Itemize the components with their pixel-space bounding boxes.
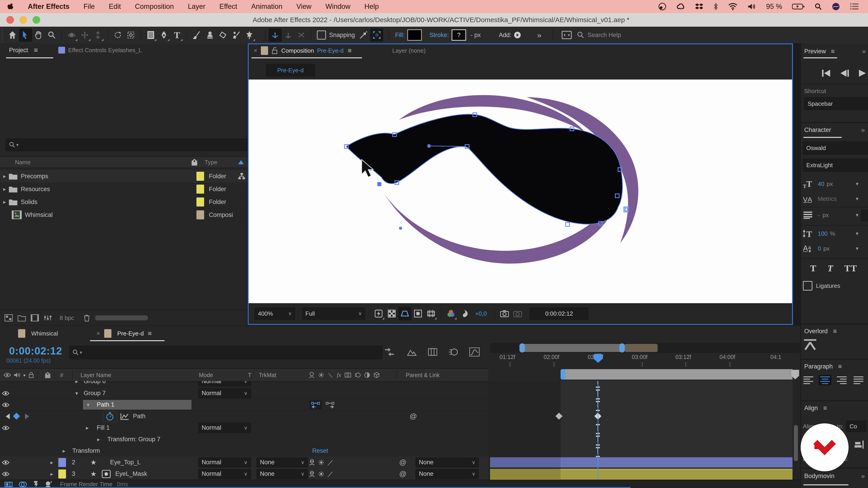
label-color-swatch[interactable] <box>196 197 204 206</box>
col-t[interactable]: T <box>248 372 251 379</box>
paragraph-menu-icon[interactable]: ≡ <box>838 363 842 370</box>
overlord-transfer-icon[interactable] <box>803 338 817 351</box>
stopwatch-icon[interactable] <box>106 412 114 421</box>
faux-italic-button[interactable]: T <box>828 263 833 273</box>
comp-tab-label[interactable]: Composition <box>281 47 314 54</box>
selection-tool[interactable] <box>19 28 32 42</box>
view-axis-mode[interactable] <box>295 28 308 42</box>
project-row-precomps[interactable]: ▸ Precomps Folder <box>0 170 247 183</box>
search-help-field[interactable]: Search Help <box>587 32 621 39</box>
row-layer-eye-top-l[interactable]: ▸ 2 ★ Eye_Top_L Normal∨ None∨ ／ @ None∨ <box>0 457 488 468</box>
align-text-right-button[interactable] <box>835 375 848 385</box>
layer-color-swatch[interactable] <box>58 469 66 479</box>
blend-mode-dropdown[interactable]: Normal∨ <box>198 457 251 467</box>
font-family-dropdown[interactable]: Oswald <box>803 141 868 155</box>
selected-vertex-handle[interactable] <box>377 182 381 186</box>
pick-whip-icon[interactable]: @ <box>410 412 417 420</box>
menu-help[interactable]: Help <box>364 2 379 11</box>
label-column-icon[interactable] <box>191 159 198 166</box>
reset-link[interactable]: Reset <box>312 447 328 454</box>
local-axis-mode[interactable] <box>269 28 282 42</box>
comp-breadcrumb[interactable]: Pre-Eye-d <box>266 64 315 77</box>
creative-cloud-icon[interactable] <box>676 3 685 10</box>
eye-icon[interactable] <box>2 391 9 396</box>
justify-text-button[interactable] <box>852 375 865 385</box>
spotlight-icon[interactable] <box>815 3 822 10</box>
add-property-button[interactable] <box>514 31 521 39</box>
row-transform-group7[interactable]: ▸ Transform: Group 7 <box>0 433 488 445</box>
current-timecode[interactable]: 0:00:02:12 <box>9 345 62 357</box>
font-style-dropdown[interactable]: ExtraLight <box>803 159 868 172</box>
tab-timeline-pre-eye-d[interactable]: Pre-Eye-d <box>117 330 144 337</box>
siri-icon[interactable] <box>832 2 840 11</box>
menu-file[interactable]: File <box>84 2 95 11</box>
project-hscrollbar[interactable] <box>95 315 148 320</box>
comp-tab-close-icon[interactable]: × <box>254 47 257 54</box>
tab-preview[interactable]: Preview <box>804 48 826 55</box>
tab-paragraph[interactable]: Paragraph <box>804 363 833 370</box>
project-row-solids[interactable]: ▸ Solids Folder <box>0 196 247 208</box>
row-group6[interactable]: ▸ Group 6 Normal∨ <box>0 381 488 387</box>
trash-icon[interactable] <box>83 314 90 322</box>
baseline-shift-field[interactable]: A̲a 0 px ▼ <box>803 244 830 253</box>
previous-frame-button[interactable] <box>839 69 849 77</box>
label-color-swatch[interactable] <box>196 210 204 219</box>
volume-icon[interactable] <box>747 3 756 10</box>
kerning-field[interactable]: V̲A̲ Metrics ▼ <box>803 194 837 203</box>
roto-brush-tool[interactable] <box>230 28 243 42</box>
apple-icon[interactable] <box>7 2 14 11</box>
ease-out-toggle[interactable] <box>324 400 336 410</box>
navigator-start-handle[interactable] <box>520 344 525 352</box>
comp-mini-flowchart-icon[interactable] <box>384 348 395 357</box>
exposure-value[interactable]: +0,0 <box>475 310 487 317</box>
trkmat-dropdown[interactable]: None∨ <box>256 457 308 467</box>
tab-overlord[interactable]: Overlord <box>804 328 828 335</box>
bodymovin-more-icon[interactable]: » <box>861 472 865 480</box>
shy-toggle[interactable] <box>309 459 315 466</box>
fast-previews-icon[interactable] <box>372 307 385 320</box>
guides-options-icon[interactable] <box>425 307 438 320</box>
dolly-camera-tool[interactable] <box>91 28 104 42</box>
faux-bold-button[interactable]: T <box>810 263 816 273</box>
label-color-swatch[interactable] <box>196 172 204 181</box>
brush-tool[interactable] <box>190 28 204 42</box>
resolution-dropdown[interactable]: Full∨ <box>302 307 365 320</box>
camera-tool[interactable] <box>124 28 137 42</box>
channels-icon[interactable] <box>444 307 458 320</box>
quality-toggle[interactable]: ／ <box>327 458 334 467</box>
motion-blur-master-toggle[interactable] <box>19 481 27 488</box>
bluetooth-icon[interactable] <box>713 2 718 11</box>
graph-editor-icon[interactable] <box>469 348 480 357</box>
time-navigator-bar[interactable] <box>522 344 624 352</box>
character-more-icon[interactable]: » <box>861 126 865 134</box>
minimize-window-button[interactable] <box>20 16 27 24</box>
play-button[interactable] <box>858 69 867 77</box>
composition-viewport[interactable] <box>249 79 792 303</box>
tab-effect-controls[interactable]: Effect Controls Eyelashes_L <box>68 47 142 54</box>
align-text-center-button[interactable] <box>819 375 831 385</box>
trkmat-dropdown[interactable]: None∨ <box>256 469 308 479</box>
show-snapshot-icon[interactable] <box>511 307 524 320</box>
menu-animation[interactable]: Animation <box>251 2 282 11</box>
overlord-menu-icon[interactable]: ≡ <box>833 328 837 335</box>
time-ruler[interactable]: 01:12f 02:00f 02:12f 03:00f 03:12f 04:00… <box>490 354 800 368</box>
comp-tab-name[interactable]: Pre-Eye-d <box>317 47 344 54</box>
obs-icon[interactable] <box>658 3 666 10</box>
maximize-window-button[interactable] <box>33 16 40 24</box>
hand-tool[interactable] <box>32 28 45 42</box>
layer-color-swatch[interactable] <box>58 458 66 467</box>
auto-keyframe-icon[interactable] <box>45 481 53 488</box>
stroke-width-value[interactable]: - px <box>471 32 481 39</box>
home-tool[interactable] <box>6 28 19 42</box>
window-title-bar[interactable]: Adobe After Effects 2022 - /Users/carlos… <box>0 13 868 27</box>
rectangle-tool[interactable] <box>144 28 157 42</box>
close-window-button[interactable] <box>6 16 14 24</box>
col-parent-link[interactable]: Parent & Link <box>406 372 440 379</box>
new-composition-icon[interactable] <box>31 314 39 322</box>
dropbox-icon[interactable] <box>695 3 703 10</box>
comp-timecode[interactable]: 0:00:02:12 <box>530 307 588 320</box>
row-path1[interactable]: ▾ Path 1 <box>0 399 488 411</box>
frame-blending-master-toggle[interactable] <box>4 481 13 488</box>
timeline-vscrollbar[interactable] <box>794 425 798 461</box>
type-tool[interactable]: T <box>170 28 184 42</box>
